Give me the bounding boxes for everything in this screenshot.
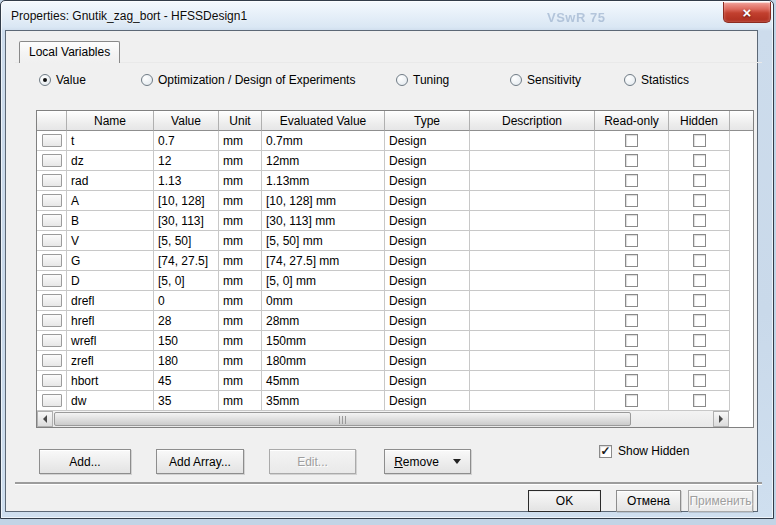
row-selector-button[interactable] (42, 354, 62, 367)
row-selector-cell[interactable] (37, 151, 67, 171)
cell-unit[interactable]: mm (219, 171, 262, 191)
row-selector-cell[interactable] (37, 351, 67, 371)
row-selector-button[interactable] (42, 314, 62, 327)
cell-name[interactable]: hrefl (67, 311, 154, 331)
cell-unit[interactable]: mm (219, 291, 262, 311)
radio-tuning[interactable]: Tuning (396, 73, 449, 87)
row-selector-button[interactable] (42, 294, 62, 307)
cell-read-only[interactable] (595, 151, 669, 171)
cell-description[interactable] (470, 251, 595, 271)
hidden-checkbox[interactable] (693, 374, 706, 387)
row-selector-button[interactable] (42, 134, 62, 147)
hidden-checkbox[interactable] (693, 334, 706, 347)
radio-optimization-design-of-experiments[interactable]: Optimization / Design of Experiments (141, 73, 355, 87)
radio-value[interactable]: Value (39, 73, 86, 87)
remove-dropdown-arrow-icon[interactable] (453, 459, 461, 464)
cell-unit[interactable]: mm (219, 391, 262, 411)
scroll-right-button[interactable] (713, 411, 729, 427)
read-only-checkbox[interactable] (625, 294, 638, 307)
read-only-checkbox[interactable] (625, 394, 638, 407)
cell-hidden[interactable] (669, 151, 730, 171)
cell-hidden[interactable] (669, 371, 730, 391)
row-selector-cell[interactable] (37, 131, 67, 151)
row-selector-button[interactable] (42, 254, 62, 267)
row-selector-button[interactable] (42, 174, 62, 187)
hidden-checkbox[interactable] (693, 154, 706, 167)
row-selector-cell[interactable] (37, 271, 67, 291)
cell-hidden[interactable] (669, 171, 730, 191)
row-selector-button[interactable] (42, 214, 62, 227)
cell-name[interactable]: A (67, 191, 154, 211)
row-selector-cell[interactable] (37, 311, 67, 331)
tab-local-variables[interactable]: Local Variables (19, 41, 120, 63)
cell-name[interactable]: dz (67, 151, 154, 171)
cell-value[interactable]: [30, 113] (154, 211, 219, 231)
cell-name[interactable]: rad (67, 171, 154, 191)
read-only-checkbox[interactable] (625, 254, 638, 267)
hidden-checkbox[interactable] (693, 134, 706, 147)
column-header-evaluated-value[interactable]: Evaluated Value (262, 111, 385, 131)
read-only-checkbox[interactable] (625, 194, 638, 207)
cell-description[interactable] (470, 191, 595, 211)
hidden-checkbox[interactable] (693, 394, 706, 407)
scroll-left-button[interactable] (37, 411, 53, 427)
column-header-name[interactable]: Name (67, 111, 154, 131)
cancel-button[interactable]: Отмена (616, 490, 681, 512)
cell-unit[interactable]: mm (219, 251, 262, 271)
hidden-checkbox[interactable] (693, 214, 706, 227)
row-selector-button[interactable] (42, 154, 62, 167)
cell-value[interactable]: 28 (154, 311, 219, 331)
cell-value[interactable]: 150 (154, 331, 219, 351)
cell-hidden[interactable] (669, 251, 730, 271)
column-header-read-only[interactable]: Read-only (595, 111, 669, 131)
cell-description[interactable] (470, 391, 595, 411)
cell-description[interactable] (470, 171, 595, 191)
row-selector-button[interactable] (42, 234, 62, 247)
cell-value[interactable]: 45 (154, 371, 219, 391)
hidden-checkbox[interactable] (693, 354, 706, 367)
cell-hidden[interactable] (669, 351, 730, 371)
row-selector-button[interactable] (42, 194, 62, 207)
cell-read-only[interactable] (595, 131, 669, 151)
hidden-checkbox[interactable] (693, 194, 706, 207)
row-selector-button[interactable] (42, 334, 62, 347)
cell-unit[interactable]: mm (219, 191, 262, 211)
cell-read-only[interactable] (595, 211, 669, 231)
title-bar[interactable]: VSwR 75 Properties: Gnutik_zag_bort - HF… (2, 2, 772, 30)
hidden-checkbox[interactable] (693, 314, 706, 327)
hidden-checkbox[interactable] (693, 174, 706, 187)
cell-unit[interactable]: mm (219, 351, 262, 371)
cell-read-only[interactable] (595, 251, 669, 271)
cell-description[interactable] (470, 351, 595, 371)
row-selector-button[interactable] (42, 274, 62, 287)
cell-read-only[interactable] (595, 291, 669, 311)
scrollbar-thumb[interactable] (54, 412, 631, 426)
row-selector-cell[interactable] (37, 211, 67, 231)
cell-unit[interactable]: mm (219, 151, 262, 171)
read-only-checkbox[interactable] (625, 234, 638, 247)
cell-name[interactable]: wrefl (67, 331, 154, 351)
cell-value[interactable]: 12 (154, 151, 219, 171)
cell-description[interactable] (470, 131, 595, 151)
cell-name[interactable]: t (67, 131, 154, 151)
cell-unit[interactable]: mm (219, 231, 262, 251)
read-only-checkbox[interactable] (625, 174, 638, 187)
cell-read-only[interactable] (595, 311, 669, 331)
row-selector-cell[interactable] (37, 391, 67, 411)
cell-value[interactable]: 180 (154, 351, 219, 371)
cell-hidden[interactable] (669, 191, 730, 211)
cell-read-only[interactable] (595, 231, 669, 251)
row-selector-cell[interactable] (37, 251, 67, 271)
cell-unit[interactable]: mm (219, 271, 262, 291)
cell-read-only[interactable] (595, 171, 669, 191)
cell-name[interactable]: B (67, 211, 154, 231)
cell-hidden[interactable] (669, 271, 730, 291)
cell-name[interactable]: hbort (67, 371, 154, 391)
column-header-value[interactable]: Value (154, 111, 219, 131)
column-header-hidden[interactable]: Hidden (669, 111, 730, 131)
cell-hidden[interactable] (669, 291, 730, 311)
horizontal-scrollbar[interactable] (37, 411, 729, 427)
cell-unit[interactable]: mm (219, 211, 262, 231)
read-only-checkbox[interactable] (625, 314, 638, 327)
cell-value[interactable]: [5, 50] (154, 231, 219, 251)
